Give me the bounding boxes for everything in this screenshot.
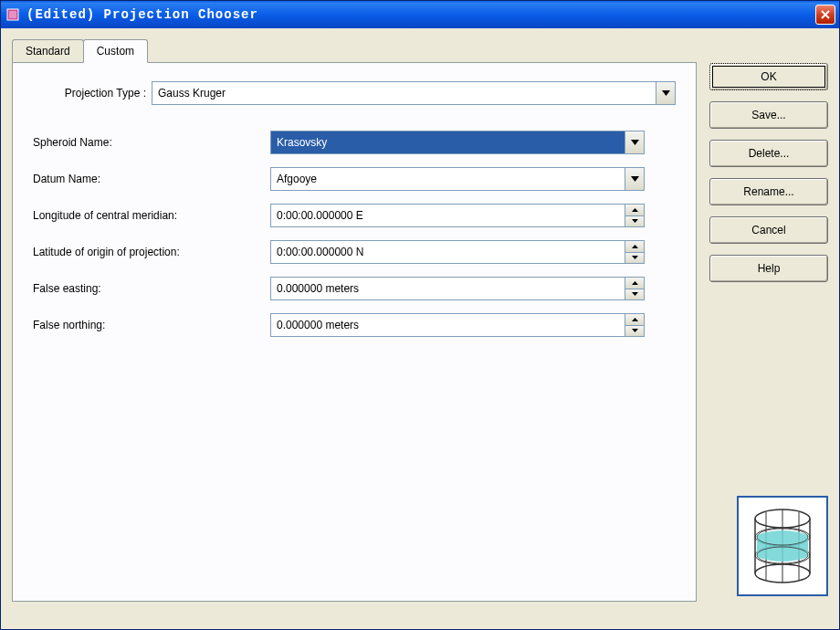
projection-logo — [737, 496, 828, 596]
close-button[interactable] — [815, 5, 835, 25]
northing-spinner[interactable] — [270, 313, 645, 337]
longitude-label: Longitude of central meridian: — [33, 209, 270, 222]
tab-custom-label: Custom — [97, 45, 134, 58]
titlebar: (Edited) Projection Chooser — [1, 1, 839, 28]
easting-input[interactable] — [270, 277, 625, 300]
row-spheroid: Spheroid Name: — [33, 131, 676, 154]
chevron-down-icon — [632, 292, 638, 296]
easting-spinner-buttons — [625, 277, 645, 300]
chevron-down-icon — [662, 90, 670, 96]
latitude-label: Latitude of origin of projection: — [33, 246, 270, 258]
chevron-up-icon — [632, 318, 638, 321]
app-icon — [5, 6, 21, 23]
spheroid-input[interactable] — [270, 131, 625, 154]
chevron-down-icon — [631, 140, 639, 145]
row-longitude: Longitude of central meridian: — [33, 204, 676, 227]
projection-type-dropdown-button[interactable] — [656, 81, 676, 105]
svg-rect-1 — [9, 11, 16, 18]
row-projection-type: Projection Type : — [33, 81, 676, 105]
easting-spinner-down[interactable] — [625, 289, 644, 300]
cancel-button[interactable]: Cancel — [709, 216, 828, 244]
longitude-input[interactable] — [270, 204, 625, 227]
projection-type-label: Projection Type : — [33, 87, 152, 100]
chevron-up-icon — [632, 245, 638, 248]
chevron-down-icon — [631, 176, 639, 182]
tab-body: Projection Type : Spheroid Name: — [12, 62, 697, 602]
row-easting: False easting: — [33, 277, 676, 300]
row-latitude: Latitude of origin of projection: — [33, 240, 676, 264]
rename-button[interactable]: Rename... — [709, 178, 828, 205]
tab-standard-label: Standard — [26, 45, 70, 58]
latitude-spinner-down[interactable] — [625, 253, 644, 264]
cylinder-icon — [746, 505, 819, 587]
easting-spinner[interactable] — [270, 277, 645, 300]
latitude-spinner-buttons — [625, 240, 645, 264]
northing-spinner-down[interactable] — [625, 326, 644, 337]
tab-custom[interactable]: Custom — [83, 39, 148, 63]
content-area: Standard Custom Projection Type : — [1, 28, 839, 629]
datum-combo[interactable] — [270, 167, 645, 191]
northing-input[interactable] — [270, 313, 625, 337]
latitude-input[interactable] — [270, 240, 625, 264]
tabs: Standard Custom — [12, 39, 697, 62]
longitude-spinner-buttons — [625, 204, 645, 227]
latitude-spinner-up[interactable] — [625, 241, 644, 253]
chevron-down-icon — [632, 219, 638, 223]
longitude-spinner[interactable] — [270, 204, 645, 227]
spheroid-combo[interactable] — [270, 131, 645, 154]
projection-type-combo[interactable] — [152, 81, 676, 105]
row-datum: Datum Name: — [33, 167, 676, 191]
window-title: (Edited) Projection Chooser — [26, 7, 815, 22]
chevron-down-icon — [632, 256, 638, 259]
chevron-up-icon — [632, 281, 638, 285]
northing-label: False northing: — [33, 319, 270, 331]
save-button[interactable]: Save... — [709, 101, 828, 129]
datum-input[interactable] — [270, 167, 625, 191]
longitude-spinner-down[interactable] — [625, 216, 644, 227]
row-northing: False northing: — [33, 313, 676, 337]
delete-button[interactable]: Delete... — [709, 140, 828, 167]
window: (Edited) Projection Chooser Standard Cus… — [0, 0, 840, 630]
close-icon — [820, 9, 831, 20]
right-panel: OK Save... Delete... Rename... Cancel He… — [709, 39, 828, 602]
projection-type-input[interactable] — [152, 81, 656, 105]
longitude-spinner-up[interactable] — [625, 205, 644, 216]
northing-spinner-buttons — [625, 313, 645, 337]
chevron-down-icon — [632, 329, 638, 332]
help-button[interactable]: Help — [709, 255, 828, 282]
tab-standard[interactable]: Standard — [12, 39, 84, 62]
datum-label: Datum Name: — [33, 173, 270, 185]
latitude-spinner[interactable] — [270, 240, 645, 264]
ok-button[interactable]: OK — [709, 63, 828, 90]
easting-label: False easting: — [33, 282, 270, 295]
datum-dropdown-button[interactable] — [625, 167, 645, 191]
chevron-up-icon — [632, 208, 638, 212]
spheroid-label: Spheroid Name: — [33, 136, 270, 149]
spheroid-dropdown-button[interactable] — [625, 131, 645, 154]
left-panel: Standard Custom Projection Type : — [12, 39, 697, 602]
easting-spinner-up[interactable] — [625, 278, 644, 289]
northing-spinner-up[interactable] — [625, 314, 644, 326]
